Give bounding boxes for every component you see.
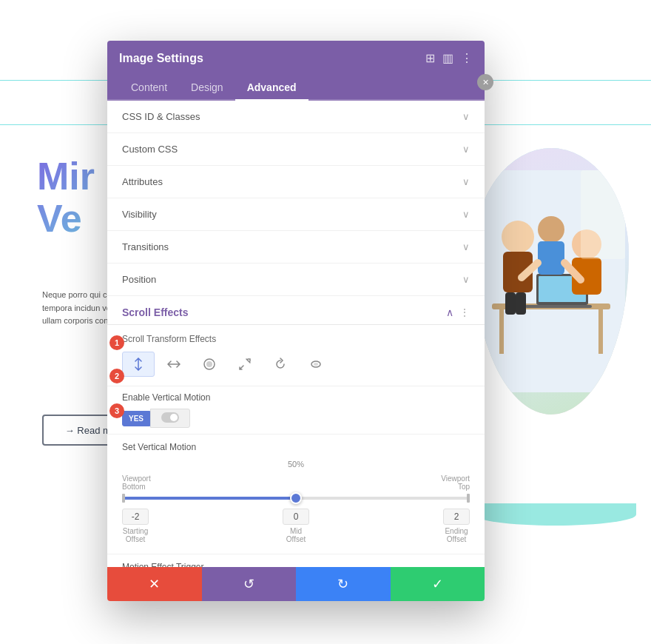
- visibility-label: Visibility: [122, 209, 157, 220]
- section-css-id[interactable]: CSS ID & Classes ∨: [107, 101, 485, 133]
- slider-label: Set Vertical Motion: [122, 442, 470, 452]
- slider-thumb[interactable]: [290, 492, 302, 504]
- enable-vertical-motion-section: Enable Vertical Motion YES: [107, 386, 485, 435]
- svg-point-19: [206, 361, 212, 367]
- starting-offset-label: StartingOffset: [122, 527, 149, 543]
- transform-btn-rotate[interactable]: [264, 352, 297, 377]
- step-badge-2: 2: [109, 369, 124, 383]
- transitions-chevron: ∨: [462, 241, 470, 252]
- svg-rect-9: [505, 292, 516, 315]
- redo-button[interactable]: ↻: [296, 567, 391, 601]
- transform-section: Scroll Transform Effects: [107, 325, 485, 386]
- scroll-effects-icons: ∧ ⋮: [446, 306, 470, 318]
- step-badge-1: 1: [109, 335, 124, 350]
- reset-icon: ↺: [243, 576, 254, 592]
- slider-track[interactable]: [122, 497, 470, 500]
- starting-offset-group: -2 StartingOffset: [122, 509, 149, 543]
- viewport-left-marker: [122, 494, 125, 503]
- reset-button[interactable]: ↺: [202, 567, 297, 601]
- section-position[interactable]: Position ∨: [107, 264, 485, 296]
- transform-btn-fade[interactable]: [193, 352, 226, 377]
- mid-offset-group: 0 MidOffset: [283, 509, 309, 543]
- mid-offset-value[interactable]: 0: [283, 509, 309, 525]
- css-id-label: CSS ID & Classes: [122, 111, 200, 122]
- modal-tabs: Content Design Advanced: [107, 76, 485, 101]
- tab-advanced[interactable]: Advanced: [235, 76, 308, 101]
- ending-offset-group: 2 EndingOffset: [443, 509, 470, 543]
- enable-label: Enable Vertical Motion: [122, 392, 470, 403]
- percent-label: 50%: [122, 460, 470, 469]
- starting-offset-value[interactable]: -2: [122, 509, 149, 525]
- modal-header-icons: ⊞ ▥ ⋮: [425, 51, 473, 65]
- modal-title: Image Settings: [119, 52, 203, 65]
- slider-values: -2 StartingOffset 0 MidOffset 2 EndingOf…: [122, 509, 470, 543]
- svg-point-21: [314, 363, 318, 366]
- mid-offset-label: MidOffset: [283, 527, 309, 543]
- redo-icon: ↻: [337, 576, 348, 592]
- step-3-label: 3: [115, 406, 119, 415]
- cancel-icon: ✕: [149, 576, 160, 592]
- transform-label: Scroll Transform Effects: [122, 334, 470, 344]
- slider-container: ViewportBottom ViewportTop: [122, 472, 470, 509]
- svg-rect-14: [538, 241, 564, 275]
- title-line-2: Ve: [37, 198, 95, 240]
- toggle-no[interactable]: [150, 409, 190, 428]
- page-title: Mir Ve: [37, 155, 95, 240]
- position-chevron: ∨: [462, 274, 470, 285]
- modal-header: Image Settings ⊞ ▥ ⋮: [107, 41, 485, 76]
- columns-icon[interactable]: ▥: [442, 51, 453, 65]
- trigger-section: Motion Effect Trigger Middle of Element …: [107, 554, 485, 567]
- scroll-more-icon[interactable]: ⋮: [459, 306, 470, 318]
- circle-arc: [473, 503, 636, 526]
- position-label: Position: [122, 274, 156, 285]
- ending-offset-value[interactable]: 2: [443, 509, 470, 525]
- toggle-yes[interactable]: YES: [122, 411, 150, 426]
- section-visibility[interactable]: Visibility ∨: [107, 198, 485, 231]
- attributes-chevron: ∨: [462, 176, 470, 187]
- svg-rect-6: [525, 305, 592, 308]
- title-line-1: Mir: [37, 155, 95, 198]
- ending-offset-label: EndingOffset: [443, 527, 470, 543]
- transitions-label: Transitions: [122, 241, 169, 252]
- svg-point-7: [502, 221, 534, 253]
- transform-btn-vertical[interactable]: [122, 352, 155, 377]
- viewport-top-label: ViewportTop: [441, 474, 470, 491]
- scroll-expand-icon[interactable]: ∧: [446, 306, 453, 318]
- svg-rect-2: [499, 309, 504, 354]
- custom-css-chevron: ∨: [462, 144, 470, 155]
- visibility-chevron: ∨: [462, 209, 470, 220]
- step-1-label: 1: [115, 338, 119, 347]
- svg-rect-3: [598, 309, 603, 354]
- svg-point-13: [538, 216, 564, 243]
- section-attributes[interactable]: Attributes ∨: [107, 166, 485, 198]
- attributes-label: Attributes: [122, 176, 163, 187]
- section-transitions[interactable]: Transitions ∨: [107, 231, 485, 264]
- viewport-labels: ViewportBottom ViewportTop: [122, 474, 470, 491]
- tab-design[interactable]: Design: [179, 76, 235, 101]
- slider-section: Set Vertical Motion 50% ViewportBottom V…: [107, 435, 485, 554]
- modal-footer: ✕ ↺ ↻ ✓: [107, 567, 485, 601]
- more-icon[interactable]: ⋮: [461, 51, 473, 65]
- tab-content[interactable]: Content: [119, 76, 179, 101]
- trigger-label: Motion Effect Trigger: [122, 562, 470, 567]
- step-2-label: 2: [115, 372, 119, 380]
- expand-icon[interactable]: ⊞: [425, 51, 435, 65]
- transform-icons: [122, 352, 470, 377]
- section-custom-css[interactable]: Custom CSS ∨: [107, 133, 485, 166]
- viewport-right-marker: [467, 494, 470, 503]
- save-icon: ✓: [432, 576, 443, 592]
- transform-btn-blur[interactable]: [300, 352, 332, 377]
- modal-body: CSS ID & Classes ∨ Custom CSS ∨ Attribut…: [107, 101, 485, 567]
- modal-close-button[interactable]: ✕: [477, 74, 493, 90]
- cancel-button[interactable]: ✕: [107, 567, 202, 601]
- viewport-bottom-label: ViewportBottom: [122, 474, 151, 491]
- save-button[interactable]: ✓: [391, 567, 485, 601]
- modal-window: Image Settings ⊞ ▥ ⋮ Content Design Adva…: [107, 41, 485, 601]
- people-illustration: [477, 170, 625, 392]
- toggle-wrapper: YES: [122, 409, 470, 428]
- transform-btn-scale[interactable]: [229, 352, 261, 377]
- svg-rect-10: [516, 292, 526, 315]
- step-badge-3: 3: [109, 403, 124, 418]
- scroll-effects-header[interactable]: Scroll Effects ∧ ⋮: [107, 296, 485, 325]
- transform-btn-horizontal[interactable]: [158, 352, 190, 377]
